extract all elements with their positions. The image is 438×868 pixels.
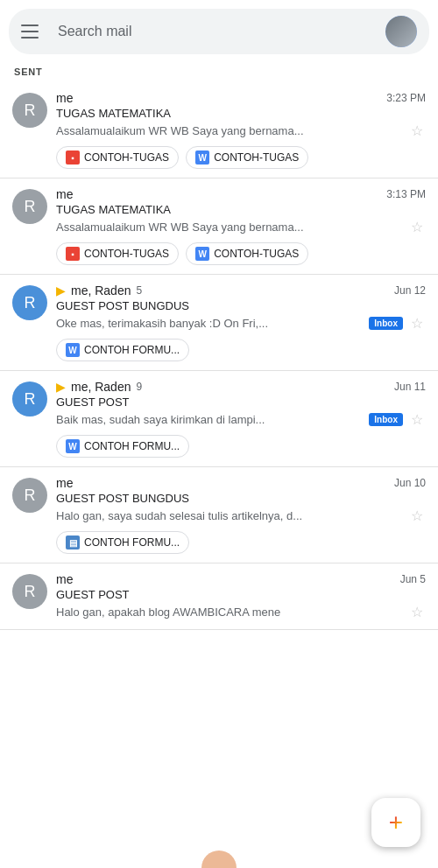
email-item[interactable]: R ▶ me, Raden 9 Jun 11 GUEST POST Baik m…	[0, 371, 438, 467]
email-preview: Baik mas, sudah saya kirimkan di lampi..…	[56, 413, 364, 426]
email-avatar: R	[12, 574, 47, 609]
email-row-top: R ▶ me, Raden 9 Jun 11 GUEST POST Baik m…	[12, 380, 426, 428]
compose-icon: +	[389, 810, 403, 835]
email-list: R me 3:23 PM TUGAS MATEMATIKA Assalamual…	[0, 82, 438, 630]
email-sender: me, Raden	[71, 284, 131, 298]
email-avatar: R	[12, 478, 47, 513]
inbox-badge: Inbox	[369, 413, 403, 426]
star-icon[interactable]: ☆	[408, 410, 426, 428]
email-content: ▶ me, Raden 9 Jun 11 GUEST POST Baik mas…	[56, 380, 426, 428]
email-row-top: R me 3:23 PM TUGAS MATEMATIKA Assalamual…	[12, 91, 426, 139]
attachment-chip[interactable]: W CONTOH FORMU...	[56, 339, 189, 361]
attach-icon: ▤	[66, 536, 80, 550]
star-icon[interactable]: ☆	[408, 507, 426, 524]
email-preview: Assalamualaikum WR WB Saya yang bernama.…	[56, 220, 403, 234]
star-icon[interactable]: ☆	[408, 314, 426, 332]
attachment-chip[interactable]: W CONTOH FORMU...	[56, 435, 189, 458]
email-row-top: R me Jun 5 GUEST POST Halo gan, apakah b…	[12, 572, 426, 620]
attachment-label: CONTOH FORMU...	[84, 440, 180, 452]
email-sender-row: me	[56, 572, 393, 586]
email-preview-row: Oke mas, terimakasih banyak :D On Fri,..…	[56, 314, 426, 332]
email-sender-row: me	[56, 187, 379, 201]
email-header-line: me Jun 5	[56, 572, 426, 586]
email-item[interactable]: R me Jun 5 GUEST POST Halo gan, apakah b…	[0, 564, 438, 630]
email-item[interactable]: R ▶ me, Raden 5 Jun 12 GUEST POST BUNGDU…	[0, 275, 438, 371]
email-header-line: me Jun 10	[56, 476, 426, 490]
email-sender: me, Raden	[71, 380, 131, 394]
attachments: ▪ CONTOH-TUGAS W CONTOH-TUGAS	[56, 242, 426, 265]
email-subject: GUEST POST BUNGDUS	[56, 492, 426, 505]
email-avatar: R	[12, 189, 47, 224]
email-content: me Jun 5 GUEST POST Halo gan, apakah blo…	[56, 572, 426, 620]
avatar[interactable]	[385, 16, 417, 47]
attachments: W CONTOH FORMU...	[56, 339, 426, 361]
email-subject: GUEST POST	[56, 396, 426, 409]
email-item[interactable]: R me 3:13 PM TUGAS MATEMATIKA Assalamual…	[0, 178, 438, 275]
email-content: me 3:13 PM TUGAS MATEMATIKA Assalamualai…	[56, 187, 426, 235]
attach-icon: W	[66, 439, 80, 453]
search-bar[interactable]: Search mail	[9, 9, 429, 54]
email-sender-row: ▶ me, Raden 5	[56, 284, 387, 298]
email-avatar: R	[12, 285, 47, 320]
email-preview: Halo gan, apakah blog AWAMBICARA mene	[56, 606, 403, 619]
email-time: Jun 10	[394, 477, 426, 489]
email-count: 5	[136, 284, 142, 297]
attachment-label: CONTOH-TUGAS	[84, 248, 169, 260]
email-subject: GUEST POST	[56, 588, 426, 601]
email-preview-row: Halo gan, saya sudah selesai tulis artik…	[56, 507, 426, 524]
email-avatar: R	[12, 382, 47, 416]
email-preview-row: Halo gan, apakah blog AWAMBICARA mene ☆	[56, 603, 426, 620]
email-time: 3:13 PM	[386, 188, 426, 200]
attachment-label: CONTOH FORMU...	[84, 344, 180, 356]
email-row-top: R me Jun 10 GUEST POST BUNGDUS Halo gan,…	[12, 476, 426, 524]
attachment-chip[interactable]: ▪ CONTOH-TUGAS	[56, 146, 179, 169]
attachment-chip[interactable]: W CONTOH-TUGAS	[186, 242, 308, 265]
email-sender-row: me	[56, 476, 387, 490]
attachment-label: CONTOH FORMU...	[84, 536, 180, 549]
attach-icon: W	[195, 247, 209, 261]
attachment-label: CONTOH-TUGAS	[84, 151, 169, 164]
attachments: ▪ CONTOH-TUGAS W CONTOH-TUGAS	[56, 146, 426, 169]
attachments: W CONTOH FORMU...	[56, 435, 426, 458]
email-sender: me	[56, 91, 73, 105]
attach-icon: ▪	[66, 247, 80, 261]
email-row-top: R me 3:13 PM TUGAS MATEMATIKA Assalamual…	[12, 187, 426, 235]
email-header-line: me 3:23 PM	[56, 91, 426, 105]
email-header-line: ▶ me, Raden 9 Jun 11	[56, 380, 426, 394]
attachment-chip[interactable]: ▤ CONTOH FORMU...	[56, 531, 189, 554]
section-label: SENT	[0, 54, 438, 82]
email-preview: Assalamualaikum WR WB Saya yang bernama.…	[56, 124, 403, 137]
email-sender: me	[56, 476, 73, 490]
email-avatar: R	[12, 93, 47, 128]
star-icon[interactable]: ☆	[408, 122, 426, 139]
email-row-top: R ▶ me, Raden 5 Jun 12 GUEST POST BUNGDU…	[12, 284, 426, 332]
search-input[interactable]: Search mail	[58, 24, 385, 39]
avatar-image	[385, 16, 417, 47]
star-icon[interactable]: ☆	[408, 218, 426, 235]
email-time: Jun 12	[394, 284, 426, 297]
email-preview-row: Assalamualaikum WR WB Saya yang bernama.…	[56, 122, 426, 139]
email-sender: me	[56, 187, 73, 201]
inbox-badge: Inbox	[369, 317, 403, 330]
attachment-chip[interactable]: W CONTOH-TUGAS	[186, 146, 308, 169]
email-item[interactable]: R me 3:23 PM TUGAS MATEMATIKA Assalamual…	[0, 82, 438, 178]
email-sender-row: ▶ me, Raden 9	[56, 380, 387, 394]
star-icon[interactable]: ☆	[408, 603, 426, 620]
email-content: me 3:23 PM TUGAS MATEMATIKA Assalamualai…	[56, 91, 426, 139]
email-preview: Halo gan, saya sudah selesai tulis artik…	[56, 509, 403, 522]
attach-icon: W	[66, 343, 80, 357]
email-subject: TUGAS MATEMATIKA	[56, 203, 426, 216]
attachment-chip[interactable]: ▪ CONTOH-TUGAS	[56, 242, 179, 265]
email-item[interactable]: R me Jun 10 GUEST POST BUNGDUS Halo gan,…	[0, 467, 438, 564]
email-preview-row: Assalamualaikum WR WB Saya yang bernama.…	[56, 218, 426, 235]
email-time: 3:23 PM	[386, 92, 426, 104]
email-header-line: me 3:13 PM	[56, 187, 426, 201]
email-count: 9	[136, 381, 142, 393]
attach-icon: W	[195, 150, 209, 164]
email-sender-row: me	[56, 91, 379, 105]
compose-button[interactable]: +	[371, 798, 420, 847]
forward-icon: ▶	[56, 380, 66, 394]
email-content: ▶ me, Raden 5 Jun 12 GUEST POST BUNGDUS …	[56, 284, 426, 332]
menu-button[interactable]	[21, 19, 46, 44]
bottom-avatar-hint	[201, 850, 237, 868]
